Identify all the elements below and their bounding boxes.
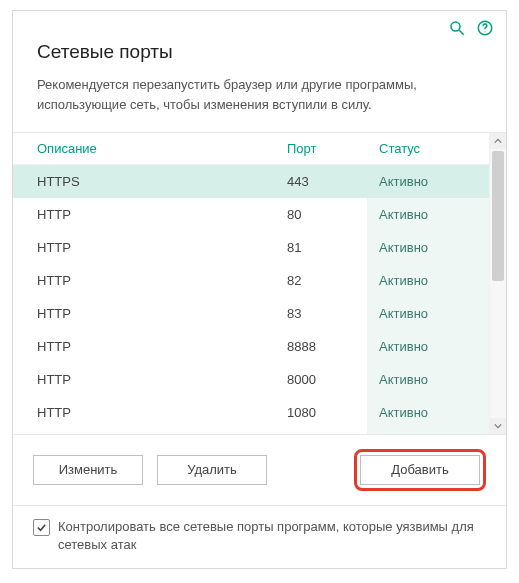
cell-status: Активно: [367, 363, 489, 396]
cell-description: HTTP: [37, 372, 287, 387]
delete-button[interactable]: Удалить: [157, 455, 267, 485]
cell-port: 80: [287, 207, 367, 222]
network-ports-panel: Сетевые порты Рекомендуется перезапустит…: [12, 10, 507, 569]
cell-description: HTTP: [37, 273, 287, 288]
col-header-port[interactable]: Порт: [287, 141, 367, 156]
table-header: Описание Порт Статус: [13, 133, 489, 165]
scroll-down-button[interactable]: [490, 418, 506, 434]
cell-description: HTTP: [37, 240, 287, 255]
search-icon[interactable]: [448, 19, 466, 37]
ports-table: Описание Порт Статус HTTPS443АктивноHTTP…: [13, 132, 506, 435]
cell-status: Активно: [367, 429, 489, 434]
monitor-ports-label: Контролировать все сетевые порты програм…: [58, 518, 486, 554]
top-icon-bar: [448, 19, 494, 37]
svg-point-3: [484, 31, 485, 32]
monitor-ports-option[interactable]: Контролировать все сетевые порты програм…: [13, 506, 506, 568]
cell-port: 81: [287, 240, 367, 255]
cell-port: 443: [287, 174, 367, 189]
table-row[interactable]: HTTP83Активно: [13, 297, 489, 330]
cell-status: Активно: [367, 231, 489, 264]
cell-description: HTTP: [37, 405, 287, 420]
cell-description: HTTP: [37, 339, 287, 354]
cell-description: HTTPS: [37, 174, 287, 189]
cell-port: 1080: [287, 405, 367, 420]
col-header-description[interactable]: Описание: [37, 141, 287, 156]
svg-point-0: [451, 22, 460, 31]
table-row[interactable]: HTTP80Активно: [13, 198, 489, 231]
table-row[interactable]: HTTP82Активно: [13, 264, 489, 297]
vertical-scrollbar[interactable]: [489, 133, 506, 434]
col-header-status[interactable]: Статус: [367, 141, 489, 156]
table-row[interactable]: HTTP8000Активно: [13, 363, 489, 396]
help-icon[interactable]: [476, 19, 494, 37]
cell-status: Активно: [367, 330, 489, 363]
table-row[interactable]: HTTP81Активно: [13, 231, 489, 264]
monitor-ports-checkbox[interactable]: [33, 519, 50, 536]
page-title: Сетевые порты: [37, 41, 482, 63]
edit-button[interactable]: Изменить: [33, 455, 143, 485]
table-row[interactable]: HTTP7900Активно: [13, 429, 489, 434]
cell-port: 83: [287, 306, 367, 321]
cell-port: 8000: [287, 372, 367, 387]
add-button[interactable]: Добавить: [360, 455, 480, 485]
scroll-up-button[interactable]: [490, 133, 506, 149]
cell-status: Активно: [367, 264, 489, 297]
cell-status: Активно: [367, 396, 489, 429]
cell-description: HTTP: [37, 306, 287, 321]
cell-status: Активно: [367, 198, 489, 231]
add-button-highlight: Добавить: [354, 449, 486, 491]
cell-port: 8888: [287, 339, 367, 354]
scroll-thumb[interactable]: [492, 151, 504, 281]
cell-status: Активно: [367, 297, 489, 330]
page-subtitle: Рекомендуется перезапустить браузер или …: [37, 75, 482, 114]
table-row[interactable]: HTTP8888Активно: [13, 330, 489, 363]
table-row[interactable]: HTTPS443Активно: [13, 165, 489, 198]
cell-status: Активно: [367, 165, 489, 198]
cell-port: 82: [287, 273, 367, 288]
action-button-row: Изменить Удалить Добавить: [13, 435, 506, 506]
cell-description: HTTP: [37, 207, 287, 222]
table-row[interactable]: HTTP1080Активно: [13, 396, 489, 429]
svg-line-1: [459, 30, 464, 35]
